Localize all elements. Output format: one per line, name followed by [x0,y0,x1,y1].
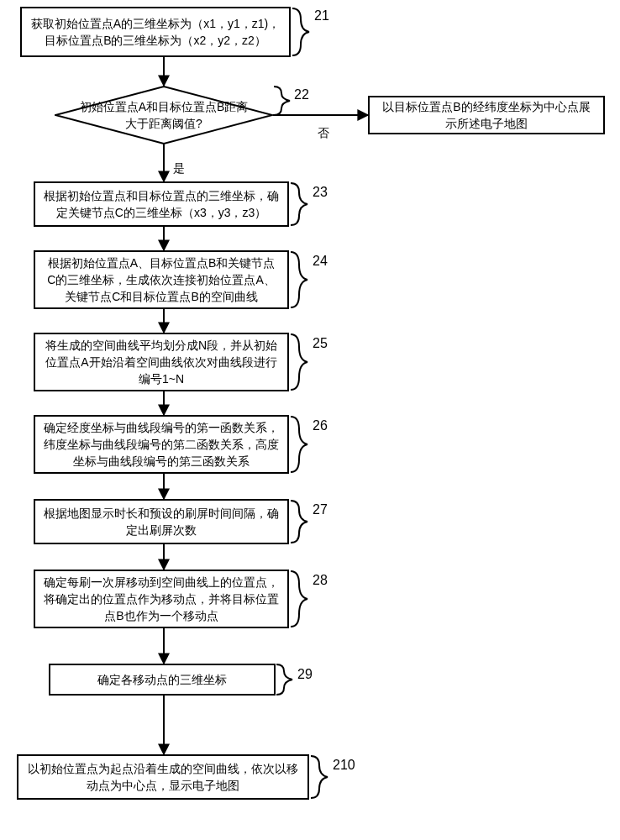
step-23-num: 23 [313,185,328,200]
step-24-num: 24 [313,254,328,269]
brace-210 [309,754,329,802]
step-27-num: 27 [313,502,328,517]
step-28-box: 确定每刷一次屏移动到空间曲线上的位置点，将确定出的位置点作为移动点，并将目标位置… [34,570,289,628]
brace-23 [289,181,309,229]
brace-25 [289,333,309,394]
step-22-no-result-text: 以目标位置点B的经纬度坐标为中心点展示所述电子地图 [378,98,595,133]
step-23-text: 根据初始位置点和目标位置点的三维坐标，确定关键节点C的三维坐标（x3，y3，z3… [44,187,279,222]
step-22-decision: 初始位置点A和目标位置点B距离大于距离阈值? [55,86,273,144]
step-28-text: 确定每刷一次屏移动到空间曲线上的位置点，将确定出的位置点作为移动点，并将目标位置… [44,574,279,625]
brace-24 [289,250,309,312]
step-27-text: 根据地图显示时长和预设的刷屏时间间隔，确定出刷屏次数 [44,505,279,539]
step-25-box: 将生成的空间曲线平均划分成N段，并从初始位置点A开始沿着空间曲线依次对曲线段进行… [34,333,289,391]
brace-21 [291,7,311,60]
step-210-text: 以初始位置点为起点沿着生成的空间曲线，依次以移动点为中心点，显示电子地图 [27,760,299,795]
brace-28 [289,570,309,631]
step-26-text: 确定经度坐标与曲线段编号的第一函数关系，纬度坐标与曲线段编号的第二函数关系，高度… [44,419,279,470]
step-21-text: 获取初始位置点A的三维坐标为（x1，y1，z1)，目标位置点B的三维坐标为（x2… [30,15,281,50]
label-no: 否 [318,126,329,141]
step-210-box: 以初始位置点为起点沿着生成的空间曲线，依次以移动点为中心点，显示电子地图 [17,754,309,800]
brace-26 [289,415,309,476]
step-25-num: 25 [313,336,328,351]
step-24-text: 根据初始位置点A、目标位置点B和关键节点C的三维坐标，生成依次连接初始位置点A、… [44,255,279,306]
step-29-box: 确定各移动点的三维坐标 [49,664,276,696]
step-22-no-result-box: 以目标位置点B的经纬度坐标为中心点展示所述电子地图 [368,96,605,134]
step-26-num: 26 [313,418,328,433]
step-21-box: 获取初始位置点A的三维坐标为（x1，y1，z1)，目标位置点B的三维坐标为（x2… [20,7,291,57]
step-28-num: 28 [313,573,328,588]
step-25-text: 将生成的空间曲线平均划分成N段，并从初始位置点A开始沿着空间曲线依次对曲线段进行… [44,337,279,388]
brace-29 [276,664,294,698]
brace-22 [273,86,292,118]
step-22-text: 初始位置点A和目标位置点B距离大于距离阈值? [55,98,273,133]
step-26-box: 确定经度坐标与曲线段编号的第一函数关系，纬度坐标与曲线段编号的第二函数关系，高度… [34,415,289,474]
step-24-box: 根据初始位置点A、目标位置点B和关键节点C的三维坐标，生成依次连接初始位置点A、… [34,250,289,309]
label-yes: 是 [173,161,185,176]
step-27-box: 根据地图显示时长和预设的刷屏时间间隔，确定出刷屏次数 [34,499,289,544]
step-23-box: 根据初始位置点和目标位置点的三维坐标，确定关键节点C的三维坐标（x3，y3，z3… [34,181,289,227]
step-210-num: 210 [333,758,355,773]
step-29-text: 确定各移动点的三维坐标 [97,671,227,688]
step-22-num: 22 [294,87,309,102]
step-29-num: 29 [297,667,313,682]
brace-27 [289,499,309,547]
step-21-num: 21 [314,8,329,24]
